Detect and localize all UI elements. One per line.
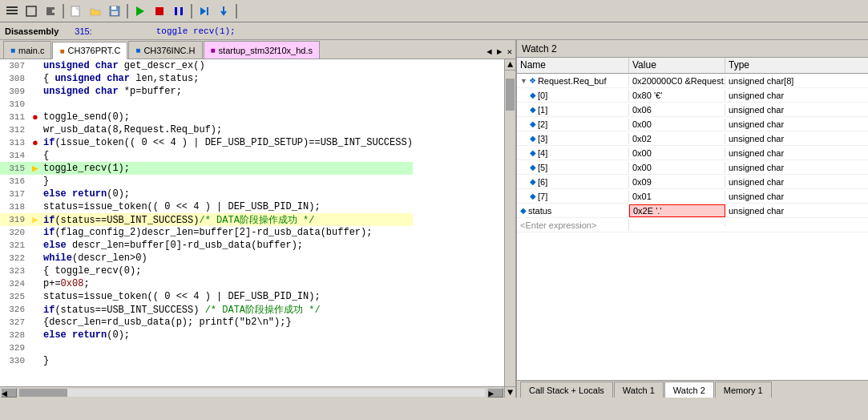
watch-icon-5: ◆: [530, 148, 536, 157]
line-text-326: if(status==USB_INT_SUCCESS) /* DATA阶段操作成…: [42, 303, 413, 317]
btab-watch2[interactable]: Watch 2: [664, 382, 714, 398]
watch-cell-type-4: unsigned char: [725, 133, 868, 144]
watch-row-7[interactable]: ◆[6]0x09unsigned char: [517, 175, 868, 189]
toolbar-btn-step-into[interactable]: [215, 2, 232, 20]
code-line-325: 325 status=issue_token(( 0 << 4 ) | DEF_…: [0, 290, 413, 303]
watch-icon-0: ❖: [529, 76, 536, 85]
code-line-309: 309 unsigned char *p=buffer;: [0, 85, 413, 98]
line-text-312: wr_usb_data(8,Request.Req_buf);: [42, 124, 413, 135]
code-line-327: 327 {descr_len=rd_usb_data(p); printf("b…: [0, 316, 413, 329]
toolbar-btn-3[interactable]: [42, 2, 59, 20]
svg-rect-11: [180, 7, 183, 15]
watch-cell-type-10: [725, 224, 868, 226]
btab-callstack[interactable]: Call Stack + Locals: [520, 382, 613, 398]
line-num-320: 320: [0, 228, 29, 237]
watch-icon-1: ◆: [530, 91, 536, 99]
watch-row-0[interactable]: ▼❖Request.Req_buf0x200000C0 &Request...u…: [517, 74, 868, 88]
svg-rect-6: [111, 6, 116, 10]
toolbar-btn-pause[interactable]: [170, 2, 188, 20]
watch-cell-name-10: <Enter expression>: [517, 220, 629, 231]
line-num-312: 312: [0, 125, 29, 135]
line-num-323: 323: [0, 266, 29, 276]
btab-watch1[interactable]: Watch 1: [614, 382, 664, 398]
toolbar-sep-4: [236, 4, 237, 18]
code-panel: ■ main.c ■ CH376PRT.C ■ CH376INC.H ■ sta…: [0, 40, 517, 398]
watch-row-4[interactable]: ◆[3]0x02unsigned char: [517, 131, 868, 146]
line-num-316: 316: [0, 176, 29, 186]
h-scroll-track[interactable]: [19, 389, 485, 397]
toolbar-btn-build[interactable]: [131, 2, 149, 20]
tab-ch376prt[interactable]: ■ CH376PRT.C: [52, 42, 127, 59]
tab-startup[interactable]: ■ startup_stm32f10x_hd.s: [204, 41, 320, 59]
h-scroll-left[interactable]: ◄: [1, 388, 17, 398]
line-indicator-319: ▶: [29, 213, 42, 226]
line-num-325: 325: [0, 292, 29, 301]
watch-name-text-7: [6]: [538, 177, 547, 187]
line-num-310: 310: [0, 99, 29, 109]
tab-label-ch376inc: CH376INC.H: [143, 46, 195, 55]
watch-cell-name-2: ◆[1]: [517, 104, 629, 115]
watch-row-6[interactable]: ◆[5]0x00unsigned char: [517, 160, 868, 175]
watch-cell-type-3: unsigned char: [725, 119, 868, 130]
watch-row-1[interactable]: ◆[0]0x80 '€'unsigned char: [517, 88, 868, 103]
watch-cell-type-8: unsigned char: [725, 191, 868, 202]
expand-icon-0[interactable]: ▼: [520, 77, 527, 85]
watch-title: Watch 2: [517, 40, 868, 58]
tab-scroll-left[interactable]: ◄: [485, 46, 494, 59]
tab-main-c[interactable]: ■ main.c: [3, 41, 51, 59]
toolbar-btn-open[interactable]: [87, 2, 104, 20]
watch-name-text-2: [1]: [538, 105, 547, 115]
line-num-313: 313: [0, 138, 29, 147]
btab-memory1[interactable]: Memory 1: [715, 382, 772, 398]
toolbar-sep-1: [63, 4, 64, 18]
watch-row-2[interactable]: ◆[1]0x06unsigned char: [517, 103, 868, 117]
line-num-322: 322: [0, 253, 29, 263]
watch-panel: Watch 2 Name Value Type ▼❖Request.Req_bu…: [517, 40, 868, 398]
watch-icon-2: ◆: [530, 105, 536, 114]
line-indicator-313: ●: [29, 137, 42, 149]
line-text-322: while(descr_len>0): [42, 252, 413, 264]
toolbar-btn-1[interactable]: [3, 2, 21, 20]
toolbar-btn-stop[interactable]: [151, 2, 168, 20]
line-num-315: 315: [0, 164, 29, 173]
watch-cell-value-4: 0x02: [629, 133, 725, 144]
line-num-324: 324: [0, 279, 29, 289]
v-scroll-track[interactable]: [505, 71, 515, 386]
watch-name-text-3: [2]: [538, 119, 547, 129]
line-num-317: 317: [0, 189, 29, 199]
v-scroll-thumb[interactable]: [506, 79, 515, 111]
watch-name-text-0: Request.Req_buf: [538, 76, 607, 86]
tab-ch376inc[interactable]: ■ CH376INC.H: [128, 41, 202, 59]
code-with-scroll: 307unsigned char get_descr_ex()308{ unsi…: [0, 59, 515, 398]
v-scrollbar[interactable]: ▲ ▼: [504, 59, 515, 398]
watch-row-8[interactable]: ◆[7]0x01unsigned char: [517, 189, 868, 204]
line-text-320: if(flag_config_2)descr_len=buffer[2]-rd_…: [42, 227, 413, 238]
line-text-313: if(issue_token(( 0 << 4 ) | DEF_USB_PID_…: [42, 137, 413, 148]
watch-row-5[interactable]: ◆[4]0x00unsigned char: [517, 146, 868, 160]
toolbar-btn-new[interactable]: [67, 2, 85, 20]
watch-row-9[interactable]: ◆status0x2E '.'unsigned char: [517, 204, 868, 218]
line-indicator-315: ▶: [29, 162, 42, 175]
v-scroll-down[interactable]: ▼: [505, 386, 515, 398]
toolbar-btn-2[interactable]: [22, 2, 40, 20]
toolbar-btn-save[interactable]: [106, 2, 123, 20]
tab-scroll-right[interactable]: ►: [495, 46, 504, 59]
h-scroll-right[interactable]: ►: [487, 388, 503, 398]
tab-close[interactable]: ✕: [505, 45, 514, 59]
line-num-326: 326: [0, 305, 29, 314]
line-text-309: unsigned char *p=buffer;: [42, 86, 413, 97]
code-area[interactable]: 307unsigned char get_descr_ex()308{ unsi…: [0, 59, 504, 386]
watch-icon-4: ◆: [530, 134, 536, 143]
h-scrollbar[interactable]: ◄ ►: [0, 386, 504, 398]
code-line-330: 330 }: [0, 354, 413, 367]
line-num-307: 307: [0, 61, 29, 71]
h-scroll-thumb[interactable]: [19, 389, 67, 397]
line-text-323: { toggle_recv(0);: [42, 265, 413, 277]
watch-row-10[interactable]: <Enter expression>: [517, 218, 868, 232]
line-num-328: 328: [0, 330, 29, 340]
code-line-318: 318 status=issue_token(( 0 << 4 ) | DEF_…: [0, 200, 413, 213]
watch-row-3[interactable]: ◆[2]0x00unsigned char: [517, 117, 868, 131]
code-line-316: 316 }: [0, 175, 413, 188]
v-scroll-up[interactable]: ▲: [505, 59, 515, 71]
toolbar-btn-step-over[interactable]: [196, 2, 213, 20]
